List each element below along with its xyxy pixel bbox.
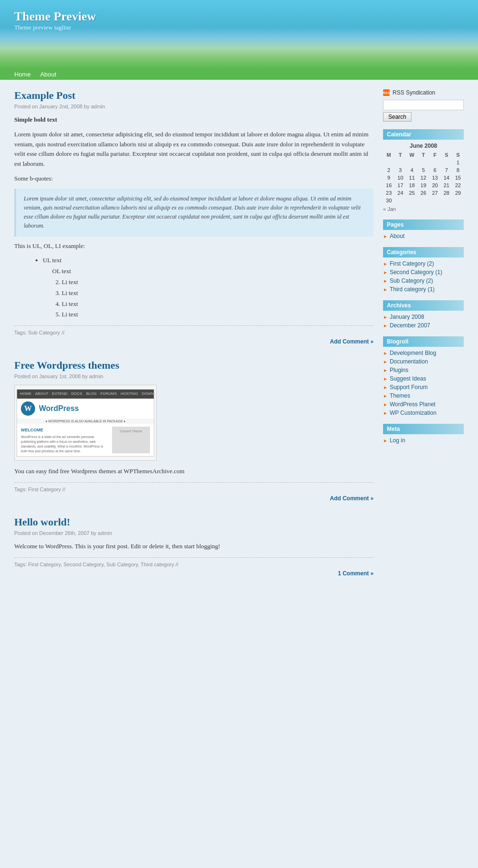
blogroll-label-2: Plugins bbox=[390, 367, 408, 373]
blogroll-content: ► Development Blog ► Documentation ► Plu… bbox=[383, 350, 464, 416]
blogroll-support[interactable]: ► Support Forum bbox=[383, 384, 464, 391]
archives-widget: Archives ► January 2008 ► December 2007 bbox=[383, 300, 464, 329]
calendar-content: June 2008 M T W T F S S bbox=[383, 143, 464, 212]
cal-row-4: 16171819202122 bbox=[383, 181, 464, 189]
blogroll-label-1: Documentation bbox=[390, 358, 428, 365]
cal-th-s2: S bbox=[452, 151, 464, 159]
cal-row-2: 2345678 bbox=[383, 166, 464, 174]
post-tags-example: Tags: Sub Category // bbox=[14, 325, 374, 335]
archive-jan: January 2008 bbox=[390, 314, 424, 320]
post-tags-hello: Tags: First Category, Second Category, S… bbox=[14, 557, 374, 567]
blogroll-themes[interactable]: ► Themes bbox=[383, 392, 464, 399]
li-item-4: Li text bbox=[62, 310, 374, 320]
bold-text: Simple bold text bbox=[14, 115, 374, 125]
blogroll-widget: Blogroll ► Development Blog ► Documentat… bbox=[383, 336, 464, 416]
arrow-wpcustom: ► bbox=[383, 410, 388, 416]
cat-label-1: First Category (2) bbox=[390, 260, 434, 267]
pages-title: Pages bbox=[383, 219, 464, 230]
cal-row-3: 9101112131415 bbox=[383, 174, 464, 181]
categories-content: ► First Category (2) ► Second Category (… bbox=[383, 260, 464, 293]
arrow-icon-cat1: ► bbox=[383, 261, 388, 267]
sidebar-cat-2[interactable]: ► Second Category (1) bbox=[383, 269, 464, 276]
blogroll-docs[interactable]: ► Documentation bbox=[383, 358, 464, 365]
post-example: Example Post Posted on January 2nd, 2008… bbox=[14, 89, 374, 345]
arrow-docs: ► bbox=[383, 359, 388, 364]
cal-prev-link[interactable]: « Jan bbox=[383, 206, 464, 212]
meta-login-label: Log in bbox=[390, 437, 405, 444]
arrow-plugins: ► bbox=[383, 368, 388, 373]
sidebar-cat-1[interactable]: ► First Category (2) bbox=[383, 260, 464, 267]
blogroll-plugins[interactable]: ► Plugins bbox=[383, 367, 464, 373]
ul-list: UL text bbox=[33, 256, 374, 266]
blogroll-wpplanet[interactable]: ► WordPress Planet bbox=[383, 401, 464, 408]
post-blockquote: Lorem ipsum dolor sit amet, consectetur … bbox=[14, 189, 374, 237]
blogroll-devblog[interactable]: ► Development Blog bbox=[383, 350, 464, 356]
rss-icon: RSS bbox=[383, 89, 390, 96]
add-comment-wordpress[interactable]: Add Comment » bbox=[14, 495, 374, 502]
post-title-example[interactable]: Example Post bbox=[14, 89, 374, 102]
sidebar-link-about[interactable]: ► About bbox=[383, 233, 464, 239]
cal-th-m: M bbox=[383, 151, 394, 159]
rss-widget: RSS RSS Syndication Search bbox=[383, 89, 464, 122]
site-header: Theme Preview Theme preview tagline bbox=[0, 0, 478, 69]
pages-content: ► About bbox=[383, 233, 464, 239]
blogroll-title: Blogroll bbox=[383, 336, 464, 347]
list-label: This is UL, OL, LI example: bbox=[14, 241, 374, 251]
site-tagline: Theme preview tagline bbox=[14, 24, 464, 31]
post-paragraph: Lorem ipsum dolor sit amet, consectetur … bbox=[14, 130, 374, 169]
wp-screenshot: HOME ABOUT EXTEND DOCS BLOG FORUMS HOSTI… bbox=[14, 385, 157, 461]
cal-row-6: 30 bbox=[383, 197, 464, 204]
post-content-example: Simple bold text Lorem ipsum dolor sit a… bbox=[14, 115, 374, 320]
blogroll-label-4: Support Forum bbox=[390, 384, 428, 391]
sidebar-archive-jan[interactable]: ► January 2008 bbox=[383, 314, 464, 320]
bquote-label: Some b-quotes: bbox=[14, 174, 374, 184]
content-wrapper: Example Post Posted on January 2nd, 2008… bbox=[0, 80, 478, 868]
cal-row-1: 1 bbox=[383, 159, 464, 166]
blogroll-wpcustom[interactable]: ► WP Customization bbox=[383, 410, 464, 416]
sidebar-archive-dec[interactable]: ► December 2007 bbox=[383, 322, 464, 329]
ol-list: OL text Li text Li text Li text Li text bbox=[52, 267, 374, 320]
main-content: Example Post Posted on January 2nd, 2008… bbox=[14, 89, 374, 868]
archive-dec: December 2007 bbox=[390, 322, 430, 329]
cal-th-f: F bbox=[429, 151, 441, 159]
arrow-icon-about: ► bbox=[383, 234, 388, 239]
sidebar-cat-3[interactable]: ► Sub Category (2) bbox=[383, 277, 464, 284]
rss-text[interactable]: RSS Syndication bbox=[393, 89, 435, 96]
nav-home[interactable]: Home bbox=[14, 71, 31, 78]
cat-label-3: Sub Category (2) bbox=[390, 277, 433, 284]
blogroll-label-3: Suggest Ideas bbox=[390, 375, 426, 382]
search-widget: Search bbox=[383, 100, 464, 122]
rss-row: RSS RSS Syndication bbox=[383, 89, 464, 96]
search-input[interactable] bbox=[383, 100, 464, 110]
hello-body: Welcome to WordPress. This is your first… bbox=[14, 542, 374, 552]
calendar-widget: Calendar June 2008 M T W T F S S bbox=[383, 129, 464, 212]
post-title-hello[interactable]: Hello world! bbox=[14, 516, 374, 528]
sidebar-page-about: About bbox=[390, 233, 404, 239]
site-title: Theme Preview bbox=[14, 10, 464, 24]
post-hello: Hello world! Posted on December 26th, 20… bbox=[14, 516, 374, 577]
nav-about[interactable]: About bbox=[40, 71, 56, 78]
sidebar-cat-4[interactable]: ► Third category (1) bbox=[383, 286, 464, 293]
add-comment-example[interactable]: Add Comment » bbox=[14, 338, 374, 345]
post-content-hello: Welcome to WordPress. This is your first… bbox=[14, 542, 374, 552]
add-comment-hello[interactable]: 1 Comment » bbox=[14, 570, 374, 577]
cal-th-w: W bbox=[406, 151, 418, 159]
post-meta-wordpress: Posted on January 1st, 2008 by admin bbox=[14, 373, 374, 379]
meta-content: ► Log in bbox=[383, 437, 464, 444]
blogroll-suggest[interactable]: ► Suggest Ideas bbox=[383, 375, 464, 382]
categories-title: Categories bbox=[383, 247, 464, 258]
arrow-themes: ► bbox=[383, 393, 388, 399]
post-meta-example: Posted on January 2nd, 2008 by admin bbox=[14, 104, 374, 109]
post-title-wordpress[interactable]: Free Wordpress themes bbox=[14, 359, 374, 372]
search-button[interactable]: Search bbox=[383, 112, 412, 122]
meta-login[interactable]: ► Log in bbox=[383, 437, 464, 444]
ol-header: OL text bbox=[52, 267, 374, 277]
arrow-icon-cat2: ► bbox=[383, 270, 388, 275]
arrow-icon-cat4: ► bbox=[383, 287, 388, 292]
arrow-devblog: ► bbox=[383, 351, 388, 356]
calendar-title: Calendar bbox=[383, 129, 464, 140]
list-section: UL text OL text Li text Li text Li text … bbox=[33, 256, 374, 320]
arrow-login: ► bbox=[383, 438, 388, 443]
blogroll-label-5: Themes bbox=[390, 392, 410, 399]
cal-th-t2: T bbox=[418, 151, 429, 159]
